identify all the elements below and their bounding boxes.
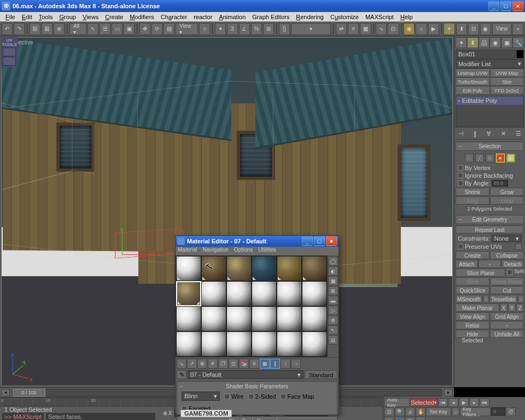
mat-menu-navigation[interactable]: Navigation (203, 247, 229, 255)
key-icon[interactable]: ⌕ (452, 407, 459, 416)
select-name-button[interactable]: ☰ (100, 23, 110, 35)
edge-subobj-icon[interactable]: ╱ (475, 154, 484, 162)
angle-snap-toggle[interactable]: ∠ (239, 23, 250, 35)
two-sided-checkbox[interactable] (248, 394, 254, 399)
display-panel-tab[interactable]: ▣ (501, 37, 512, 48)
maxscript-prompt[interactable]: >> MAXScript (2, 413, 44, 421)
mat-maximize-button[interactable]: □ (314, 236, 325, 246)
reset-map-icon[interactable]: ✕ (208, 359, 218, 369)
key-mode-dropdown[interactable]: Selected ▾ (410, 398, 438, 407)
mat-slot-20[interactable] (201, 331, 226, 357)
uv-tools-panel[interactable]: UVTOOLS (1, 37, 18, 67)
shrink-button[interactable]: Shrink (456, 188, 489, 196)
zoom-ext-button[interactable]: 🔍 (395, 407, 405, 416)
mat-close-button[interactable]: × (326, 236, 337, 246)
make-unique-icon[interactable]: ∀ (487, 130, 491, 137)
snap-toggle[interactable]: 3 (227, 23, 238, 35)
mat-slot-18[interactable] (302, 306, 327, 331)
slice-plane-button[interactable]: Slice Plane (456, 269, 505, 277)
tessellate-settings[interactable]: ▫ (518, 295, 524, 303)
show-result-icon[interactable]: ‖ (474, 130, 477, 137)
mod-turbosmooth[interactable]: TurboSmooth (456, 77, 490, 86)
menu-create[interactable]: Create (102, 13, 126, 21)
shader-type-dropdown[interactable]: Blinn▾ (182, 392, 220, 401)
mat-slot-2[interactable] (201, 256, 226, 281)
border-subobj-icon[interactable]: ◇ (486, 154, 494, 162)
put-to-scene-icon[interactable]: ↗ (187, 359, 197, 369)
show-end-result-icon[interactable]: ‖ (270, 359, 280, 369)
select-button[interactable]: ↖ (88, 23, 98, 35)
mat-slot-7[interactable] (176, 281, 201, 306)
hierarchy-panel-tab[interactable]: 品 (479, 37, 490, 48)
show-in-vp-icon[interactable]: ▦ (260, 359, 270, 369)
percent-snap-toggle[interactable]: % (251, 23, 262, 35)
mat-slot-9[interactable] (226, 281, 252, 306)
menu-character[interactable]: Character (158, 13, 190, 21)
next-frame-button[interactable]: ▸ (469, 398, 479, 407)
manipulate-button[interactable]: ✦ (215, 23, 226, 35)
pan-button[interactable]: ✋ (416, 407, 425, 416)
split-checkbox[interactable] (507, 270, 512, 275)
planar-x-button[interactable]: X (500, 304, 508, 312)
modifier-list-dropdown[interactable]: Modifier List▾ (456, 59, 524, 68)
mat-slot-17[interactable] (277, 306, 302, 331)
make-unique-icon[interactable]: ⊡ (229, 359, 238, 369)
by-angle-checkbox[interactable] (458, 180, 463, 186)
uv-tool-btn2[interactable] (3, 57, 16, 66)
menu-graph-editors[interactable]: Graph Editors (249, 13, 293, 21)
mirror-button[interactable]: ⇄ (336, 23, 347, 35)
vertex-subobj-icon[interactable]: ∴ (465, 154, 474, 162)
max-toggle-button[interactable]: ⊞ (405, 417, 415, 420)
mat-minimize-button[interactable]: _ (302, 236, 313, 246)
mod-uvw-map[interactable]: UVW Map (490, 68, 524, 77)
hide-selected-button[interactable]: Hide Selected (456, 330, 489, 338)
get-material-icon[interactable]: ↘ (177, 359, 186, 369)
maximize-button[interactable]: □ (500, 1, 511, 11)
constraints-dropdown[interactable]: None▾ (492, 235, 522, 242)
edit-geometry-rollout[interactable]: Edit Geometry (456, 215, 524, 224)
mat-slot-11[interactable] (277, 281, 302, 306)
video-check-icon[interactable]: ▬ (328, 296, 338, 305)
menu-maxscript[interactable]: MAXScript (362, 13, 397, 21)
mat-slot-22[interactable] (252, 331, 277, 357)
mat-slot-14[interactable] (201, 306, 226, 331)
layers-button[interactable]: ▦ (360, 23, 371, 35)
menu-reactor[interactable]: reactor (190, 13, 215, 21)
time-slider-prev[interactable]: ◂ (1, 389, 10, 396)
align-button[interactable]: ≡ (348, 23, 359, 35)
tessellate-button[interactable]: Tessellate (489, 295, 517, 303)
stack-editable-poly[interactable]: Editable Poly (456, 96, 523, 106)
mat-menu-material[interactable]: Material (178, 247, 197, 255)
select-region-button[interactable]: ▭ (112, 23, 122, 35)
time-slider-next[interactable]: ▸ (444, 389, 453, 396)
zoom-region-button[interactable]: ▭ (416, 417, 425, 420)
configure-sets-icon[interactable]: ☰ (516, 130, 521, 137)
mat-slot-4[interactable] (252, 256, 277, 281)
make-planar-button[interactable]: Make Planar (456, 304, 499, 312)
menu-file[interactable]: File (2, 13, 19, 21)
options-icon[interactable]: ⚙ (328, 316, 338, 325)
mat-slot-10[interactable] (252, 281, 277, 306)
menu-help[interactable]: Help (397, 13, 416, 21)
scale-button[interactable]: ▤ (164, 23, 174, 35)
move-button[interactable]: ✥ (139, 23, 150, 35)
mat-slot-3x2-icon[interactable]: ⊟ (328, 335, 338, 345)
menu-modifiers[interactable]: Modifiers (126, 13, 158, 21)
grid-align-button[interactable]: Grid Align (490, 312, 524, 320)
play-button[interactable]: ▶ (459, 398, 469, 407)
goto-end-button[interactable]: ⏭ (480, 398, 489, 407)
detach-button[interactable]: Detach (501, 260, 524, 268)
relax-button[interactable]: Relax (456, 321, 489, 329)
angle-value-field[interactable]: 45.0 (492, 180, 508, 186)
collapse-button[interactable]: Collapse (490, 251, 524, 259)
motion-panel-tab[interactable]: ◉ (489, 37, 501, 48)
mat-slot-23[interactable] (277, 331, 302, 357)
unlink-button[interactable]: ⛓̸ (42, 23, 52, 35)
undo-button[interactable]: ↶ (2, 23, 13, 35)
loop-button[interactable]: Loop (490, 196, 524, 205)
pick-material-icon[interactable]: ✎ (177, 370, 186, 379)
shader-params-rollout[interactable]: Shader Basic Parameters (178, 383, 336, 390)
fov-button[interactable]: ⊿ (405, 407, 415, 416)
mat-menu-options[interactable]: Options (234, 247, 253, 255)
spinner-snap-toggle[interactable]: ⊞ (263, 23, 274, 35)
